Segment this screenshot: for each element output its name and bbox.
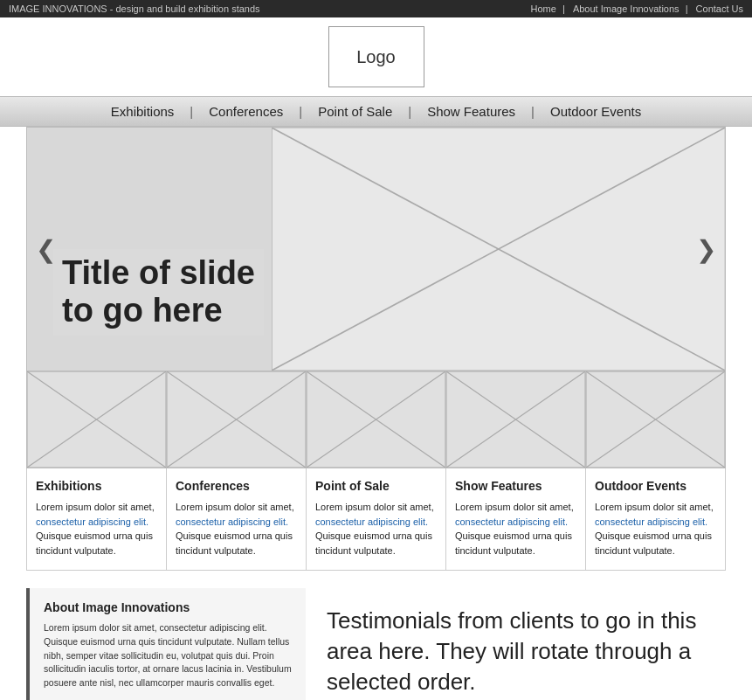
card-title-0: Exhibitions <box>36 479 157 493</box>
cards-row: Exhibitions Lorem ipsum dolor sit amet, … <box>26 468 726 571</box>
main-nav: Exhibitions | Conferences | Point of Sal… <box>0 96 752 127</box>
bottom-section: About Image Innovations Lorem ipsum dolo… <box>26 588 726 700</box>
card-exhibitions: Exhibitions Lorem ipsum dolor sit amet, … <box>26 468 166 571</box>
nav-exhibitions[interactable]: Exhibitions <box>95 104 190 119</box>
testimonials-box: Testimonials from clients to go in this … <box>306 588 726 700</box>
thumb-4[interactable] <box>446 371 586 468</box>
top-bar-left: IMAGE INNOVATIONS - design and build exh… <box>9 3 260 14</box>
card-conferences: Conferences Lorem ipsum dolor sit amet, … <box>166 468 306 571</box>
thumb-3[interactable] <box>307 371 446 468</box>
slider-prev[interactable]: ❮ <box>27 226 65 273</box>
card-outdoor-events: Outdoor Events Lorem ipsum dolor sit ame… <box>585 468 726 571</box>
thumbnail-row <box>26 371 726 468</box>
thumb-5[interactable] <box>586 371 725 468</box>
card-text-0: Lorem ipsum dolor sit amet, consectetur … <box>36 500 157 558</box>
card-text-2: Lorem ipsum dolor sit amet, consectetur … <box>315 500 437 558</box>
thumb-2[interactable] <box>167 371 307 468</box>
card-text-3: Lorem ipsum dolor sit amet, consectetur … <box>455 500 576 558</box>
card-title-1: Conferences <box>176 479 297 493</box>
about-para1: Lorem ipsum dolor sit amet, consectetur … <box>44 621 292 690</box>
card-text-1: Lorem ipsum dolor sit amet, consectetur … <box>176 500 297 558</box>
nav-point-of-sale[interactable]: Point of Sale <box>302 104 408 119</box>
card-title-3: Show Features <box>455 479 576 493</box>
nav-contact[interactable]: Contact Us <box>696 3 743 14</box>
card-title-4: Outdoor Events <box>595 479 716 493</box>
card-title-2: Point of Sale <box>315 479 437 493</box>
nav-outdoor-events[interactable]: Outdoor Events <box>535 104 657 119</box>
top-bar-right: Home | About Image Innovations | Contact… <box>526 3 743 14</box>
about-box: About Image Innovations Lorem ipsum dolo… <box>26 588 306 700</box>
slide-title: Title of slide to go here <box>53 249 264 336</box>
nav-home[interactable]: Home <box>531 3 556 14</box>
card-text-4: Lorem ipsum dolor sit amet, consectetur … <box>595 500 716 558</box>
slider-image <box>272 128 725 371</box>
nav-show-features[interactable]: Show Features <box>411 104 531 119</box>
testimonials-text: Testimonials from clients to go in this … <box>327 606 705 697</box>
about-title: About Image Innovations <box>44 600 292 614</box>
nav-conferences[interactable]: Conferences <box>193 104 299 119</box>
slider: ❮ Title of slide to go here ❯ <box>26 127 726 371</box>
header: Logo <box>0 17 752 96</box>
nav-about[interactable]: About Image Innovations <box>573 3 680 14</box>
card-point-of-sale: Point of Sale Lorem ipsum dolor sit amet… <box>306 468 445 571</box>
slider-next[interactable]: ❯ <box>687 226 725 273</box>
top-bar: IMAGE INNOVATIONS - design and build exh… <box>0 0 752 17</box>
card-show-features: Show Features Lorem ipsum dolor sit amet… <box>445 468 585 571</box>
thumb-1[interactable] <box>27 371 167 468</box>
logo: Logo <box>328 26 424 87</box>
